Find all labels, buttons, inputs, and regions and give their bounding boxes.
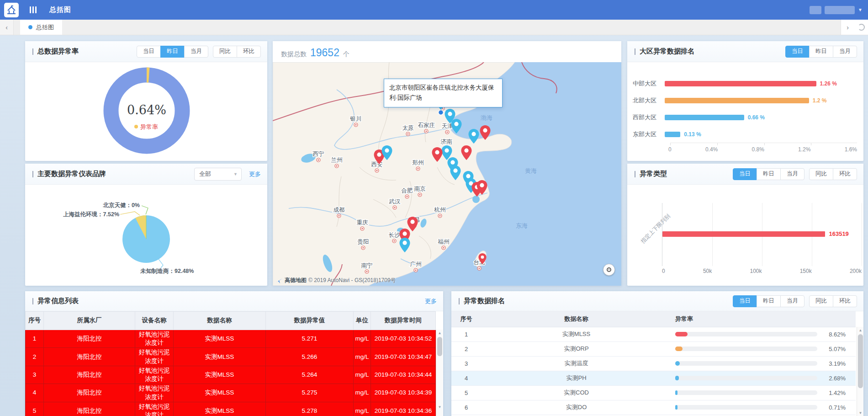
cell: 6 [451, 400, 481, 415]
panel-header: 主要数据异常仪表品牌 全部 ▼ 更多 [25, 164, 267, 185]
donut-center-value: 0.64% [127, 103, 166, 117]
cell: 实测MLSS [481, 327, 672, 341]
svg-text:杭州: 杭州 [434, 207, 446, 213]
panel-header: 大区异常数据排名 当日昨日当月 [627, 41, 863, 62]
donut-chart-area: 0.64% 异常率 [25, 62, 267, 163]
period-tab[interactable]: 当月 [780, 295, 804, 307]
rate-progress-bar [675, 332, 817, 336]
period-tab[interactable]: 同比 [213, 46, 237, 58]
period-tab[interactable]: 昨日 [757, 295, 781, 307]
period-tab[interactable]: 环比 [833, 295, 857, 307]
cell: 2019-07-03 10:34:36 [371, 402, 436, 416]
period-tab[interactable]: 昨日 [809, 46, 833, 58]
table-header-row: 序号数据名称异常率 [451, 311, 856, 327]
cell: 实测DO [481, 400, 672, 415]
cell: 5.271 [266, 330, 354, 348]
cell: 3.19% [672, 356, 856, 371]
svg-text:福州: 福州 [438, 239, 450, 245]
pie-chart-area: 北京天健：0% 上海益伦环境：7.52% 未知制造商：92.48% [25, 185, 267, 288]
sidebar-toggle-icon[interactable] [30, 6, 37, 13]
table-row[interactable]: 2实测ORP5.07% [451, 341, 856, 356]
map-copyright: © 2019 AutoNavi - GS(2018)1709号 [308, 277, 396, 284]
period-tab[interactable]: 当日 [137, 46, 161, 58]
svg-text:石家庄: 石家庄 [418, 122, 435, 128]
table-row[interactable]: 1海阳北控好氧池污泥浓度计实测MLSS5.271mg/L2019-07-03 1… [26, 330, 436, 348]
legend-dot-icon [134, 125, 138, 128]
list-more-link[interactable]: 更多 [425, 297, 437, 305]
map-tooltip: 北京市朝阳区崔各庄镇北控水务大厦保利·国际广场 [384, 79, 503, 107]
user-avatar [810, 6, 821, 14]
table-row[interactable]: 4实测PH2.68% [451, 371, 856, 385]
period-tab[interactable]: 环比 [833, 168, 857, 180]
cell: mg/L [354, 402, 371, 416]
period-tab[interactable]: 当日 [785, 46, 810, 58]
map-locate-button[interactable] [603, 264, 615, 276]
cell: 5.264 [266, 366, 354, 384]
rate-progress-bar [675, 390, 817, 395]
user-menu[interactable]: ▼ [810, 6, 863, 14]
period-tab[interactable]: 当月 [184, 46, 208, 58]
period-tab[interactable]: 同比 [809, 295, 833, 307]
user-name [825, 6, 855, 14]
tabs-scroll-right-button[interactable]: › [841, 20, 854, 35]
region-bar-chart: 中部大区1.26 %北部大区1.2 %西部大区0.66 %东部大区0.13 % … [627, 62, 863, 153]
cell: mg/L [354, 348, 371, 366]
building-logo-icon [6, 5, 17, 16]
brand-filter-select[interactable]: 全部 ▼ [194, 168, 242, 181]
cell: 3 [26, 366, 44, 384]
tabs-scroll-left-button[interactable]: ‹ [0, 20, 14, 35]
period-tab[interactable]: 昨日 [160, 46, 185, 58]
column-header: 数据名称 [174, 312, 266, 330]
table-row[interactable]: 4海阳北控好氧池污泥浓度计实测MLSS5.275mg/L2019-07-03 1… [26, 384, 436, 402]
table-row[interactable]: 5实测COD1.42% [451, 385, 856, 400]
region-bar [665, 81, 816, 86]
cell: 2019-07-03 10:34:52 [371, 330, 436, 348]
period-tab[interactable]: 昨日 [757, 168, 781, 180]
panel-anomaly-brands: 主要数据异常仪表品牌 全部 ▼ 更多 北京天健：0% [25, 164, 267, 286]
panel-title: 总数据异常率 [32, 47, 79, 56]
region-bar-row: 西部大区0.66 % [633, 109, 857, 126]
cell: 海阳北控 [44, 348, 135, 366]
china-map[interactable]: 渤海黄海东海 北京银川太原石家庄天津济南西宁兰州郑州西安合肥南京武汉杭州成都重庆… [273, 62, 621, 286]
period-tab[interactable]: 当月 [780, 168, 804, 180]
list-scrollbar[interactable]: ▲ ▼ [436, 330, 443, 416]
period-tab[interactable]: 环比 [237, 46, 261, 58]
active-tab-dot [28, 25, 32, 29]
tab-overview[interactable]: 总括图 [20, 20, 62, 35]
svg-text:长沙: 长沙 [389, 232, 401, 238]
column-header: 数据异常时间 [371, 312, 436, 330]
cell: mg/L [354, 330, 371, 348]
cell: mg/L [354, 384, 371, 402]
tab-label: 总括图 [36, 23, 54, 32]
table-row[interactable]: 5海阳北控好氧池污泥浓度计实测MLSS5.278mg/L2019-07-03 1… [26, 402, 436, 416]
period-tab[interactable]: 当日 [733, 295, 757, 307]
svg-text:济南: 济南 [441, 139, 453, 145]
table-row[interactable]: 3海阳北控好氧池污泥浓度计实测MLSS5.264mg/L2019-07-03 1… [26, 366, 436, 384]
table-header-row: 序号所属水厂设备名称数据名称数据异常值单位数据异常时间 [26, 312, 436, 330]
rank-scrollbar[interactable]: ▲ ▼ [857, 327, 863, 416]
panel-map: 数据总数 19652 个 [273, 41, 621, 286]
period-tab[interactable]: 同比 [809, 168, 833, 180]
svg-text:贵阳: 贵阳 [358, 239, 369, 245]
cell: 2.68% [672, 371, 856, 385]
period-tab[interactable]: 当日 [733, 168, 757, 180]
svg-text:西宁: 西宁 [313, 151, 324, 157]
table-row[interactable]: 2海阳北控好氧池污泥浓度计实测MLSS5.266mg/L2019-07-03 1… [26, 348, 436, 366]
amap-logo-icon [275, 277, 283, 284]
company-logo [4, 3, 19, 17]
tab-options-icon[interactable] [854, 20, 868, 35]
table-row[interactable]: 3实测温度3.19% [451, 356, 856, 371]
donut-chart: 0.64% 异常率 [25, 62, 267, 161]
panel-data-rank: 异常数据排名 当日昨日当月同比环比 序号数据名称异常率 1实测MLSS8.62%… [451, 291, 863, 416]
table-row[interactable]: 1实测MLSS8.62% [451, 327, 856, 341]
tab-bar: ‹ 总括图 › [0, 20, 868, 35]
column-header: 序号 [451, 311, 481, 327]
cell: 好氧池污泥浓度计 [135, 402, 174, 416]
cell: 实测温度 [481, 356, 672, 371]
brand-more-link[interactable]: 更多 [249, 170, 261, 178]
svg-text:南宁: 南宁 [361, 262, 373, 269]
table-row[interactable]: 6实测DO0.71% [451, 400, 856, 415]
period-tab[interactable]: 当月 [833, 46, 857, 58]
cell: 8.62% [672, 327, 856, 341]
cell: 实测MLSS [174, 330, 266, 348]
